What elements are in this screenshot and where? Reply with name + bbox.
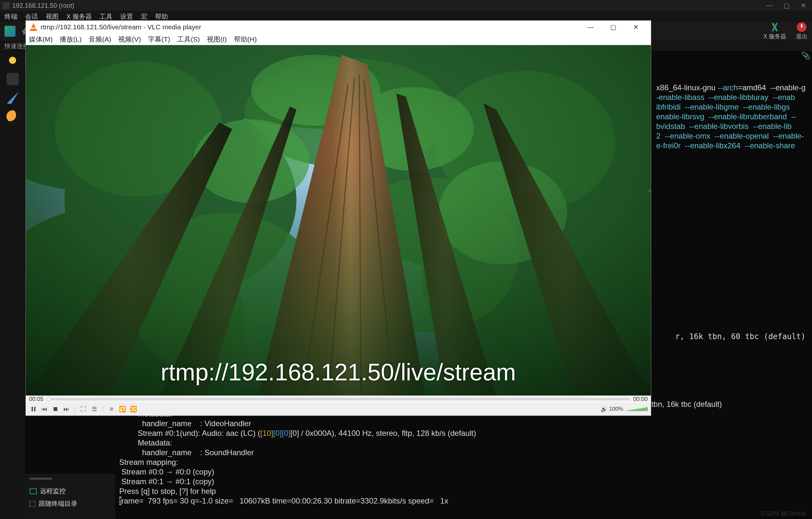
sftp-panel: 远程监控 跟随终端目录 [25,474,115,519]
remote-monitor-row[interactable]: 远程监控 [30,487,111,495]
stop-button[interactable] [51,405,60,413]
follow-dir-label: 跟随终端目录 [39,499,77,508]
menu-session[interactable]: 会话 [25,12,38,21]
watermark: CSDN @Dontla [761,510,806,517]
app-menubar: 终端 会话 视图 X 服务器 工具 设置 宏 帮助 [0,11,812,22]
menu-settings[interactable]: 设置 [120,12,133,21]
speaker-icon[interactable]: 🔊 [601,406,607,413]
window-controls: — ▢ ✕ [766,2,809,9]
vlc-window: rtmp://192.168.121.50/live/stream - VLC … [26,21,651,415]
close-button[interactable]: ✕ [801,2,806,9]
volume-percent: 100% [609,406,623,412]
vlc-video-area[interactable]: rtmp://192.168.121.50/live/stream [26,45,651,395]
loop-button[interactable]: 🔁 [118,405,127,413]
menu-macro[interactable]: 宏 [141,12,147,21]
history-icon[interactable] [6,73,19,85]
vlc-title-text: rtmp://192.168.121.50/live/stream - VLC … [40,23,201,31]
vlc-menu-video[interactable]: 视频(V) [118,35,141,44]
vlc-menu-view[interactable]: 视图(I) [207,35,227,44]
vlc-titlebar[interactable]: rtmp://192.168.121.50/live/stream - VLC … [26,21,651,33]
send-icon[interactable] [6,91,19,104]
separator [75,406,75,413]
vlc-controls: ⏮ ⏭ ⛶ ☰ ≡ 🔁 🔀 🔊 100% [26,403,651,415]
vlc-menu-playback[interactable]: 播放(L) [60,35,82,44]
next-button[interactable]: ⏭ [62,405,71,413]
remote-monitor-label: 远程监控 [40,487,66,495]
app-icon [3,2,10,9]
vlc-cone-icon [30,23,37,31]
vlc-close-button[interactable]: ✕ [625,21,647,33]
playlist-button[interactable]: ≡ [107,405,116,413]
checkbox-icon[interactable] [30,501,35,507]
time-elapsed: 00:05 [29,396,44,403]
seek-track[interactable] [47,398,630,400]
menu-tools[interactable]: 工具 [99,12,112,21]
time-total: 00:00 [633,396,648,403]
shuffle-button[interactable]: 🔀 [129,405,138,413]
menu-help[interactable]: 帮助 [155,12,168,21]
vlc-minimize-button[interactable]: — [579,21,602,33]
app-title: 192.168.121.50 (root) [12,2,74,9]
svg-rect-26 [26,45,651,395]
vlc-menu-tools[interactable]: 工具(S) [177,35,200,44]
minimize-button[interactable]: — [766,2,773,9]
menu-xserver[interactable]: X 服务器 [66,12,92,21]
terminal-output-top: x86_64-linux-gnu --arch=amd64 --enable-g… [656,74,806,151]
favorites-icon[interactable] [6,54,19,66]
terminal-output-mid: r, 16k tbn, 60 tbc (default) [675,332,806,341]
quicklaunch-label[interactable]: 快速连接 [4,42,29,50]
seek-knob[interactable] [47,397,51,401]
ext-settings-button[interactable]: ☰ [90,405,99,413]
vlc-menu-media[interactable]: 媒体(M) [29,35,53,44]
vlc-menu-audio[interactable]: 音频(A) [89,35,111,44]
app-titlebar: 192.168.121.50 (root) — ▢ ✕ [0,0,812,11]
exit-button[interactable]: 退出 [796,22,808,40]
maximize-button[interactable]: ▢ [784,2,790,9]
vlc-menu-subtitle[interactable]: 字幕(T) [148,35,170,44]
video-frame-svg [26,45,651,395]
prev-button[interactable]: ⏮ [40,405,49,413]
separator [103,406,103,413]
toolbar-session-icon[interactable] [4,26,16,37]
volume-slider[interactable] [625,407,648,411]
follow-dir-row[interactable]: 跟随终端目录 [30,499,111,508]
vlc-menu-help[interactable]: 帮助(H) [234,35,257,44]
play-pause-button[interactable] [29,405,38,413]
vlc-menubar: 媒体(M) 播放(L) 音频(A) 视频(V) 字幕(T) 工具(S) 视图(I… [26,33,651,45]
menu-terminal[interactable]: 终端 [4,12,18,21]
menu-view[interactable]: 视图 [46,12,59,21]
pause-icon [32,407,35,411]
exit-label: 退出 [796,32,808,40]
xserver-icon [770,22,779,32]
stop-icon [54,407,57,411]
volume-area: 🔊 100% [601,406,648,413]
monitor-icon [30,488,37,494]
fullscreen-button[interactable]: ⛶ [79,405,88,413]
vlc-maximize-button[interactable]: ▢ [602,21,625,33]
video-overlay-url: rtmp://192.168.121.50/live/stream [26,358,651,386]
xserver-button[interactable]: X 服务器 [763,22,786,40]
vlc-seekbar: 00:05 00:00 [26,395,651,403]
vlc-window-controls: — ▢ ✕ [579,21,647,33]
power-icon [797,22,807,32]
xserver-label: X 服务器 [763,32,786,40]
left-dock [0,52,25,519]
theme-icon[interactable] [6,110,19,122]
panel-grip[interactable] [30,478,52,480]
